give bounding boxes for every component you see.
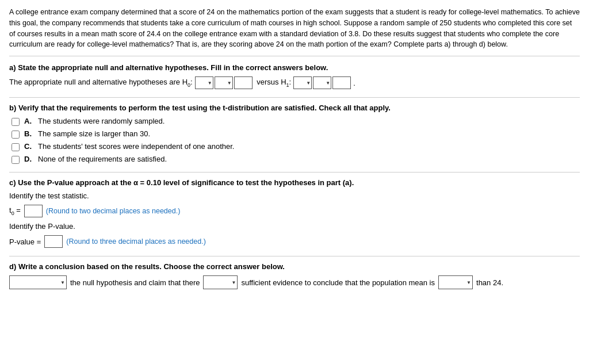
conclusion-select3[interactable]: greater less equal <box>438 275 473 289</box>
conclusion-select2-wrapper: is is not <box>203 275 238 289</box>
checkbox-c[interactable] <box>12 143 20 151</box>
intro-paragraph: A college entrance exam company determin… <box>9 7 580 56</box>
h0-dropdown-group: μ σ p = ≠ < > ≤ ≥ <box>195 76 253 89</box>
conclusion-middle-text: sufficient evidence to conclude that the… <box>241 278 435 287</box>
option-c-text: The students' test scores were independe… <box>38 142 234 151</box>
t0-input[interactable] <box>24 205 43 217</box>
option-d: D. None of the requirements are satisfie… <box>12 155 580 164</box>
conclusion-select3-wrapper: greater less equal <box>438 275 473 289</box>
option-a: A. The students were randomly sampled. <box>12 117 580 126</box>
option-b-text: The sample size is larger than 30. <box>38 129 150 138</box>
pvalue-hint: (Round to three decimal places as needed… <box>66 237 206 246</box>
t0-hint: (Round to two decimal places as needed.) <box>46 207 180 215</box>
h1-value-input[interactable] <box>332 76 351 89</box>
intro-text: A college entrance exam company determin… <box>9 8 580 48</box>
h1-select2[interactable]: = ≠ < > ≤ ≥ <box>313 76 331 89</box>
checkbox-d[interactable] <box>12 156 20 164</box>
statistic-row: t0 = (Round to two decimal places as nee… <box>9 205 580 217</box>
h1-select1-wrapper: μ σ p <box>293 76 312 89</box>
part-d-section: d) Write a conclusion based on the resul… <box>9 262 580 289</box>
conclusion-select2[interactable]: is is not <box>203 275 238 289</box>
hypotheses-row: The appropriate null and alternative hyp… <box>9 76 580 89</box>
h0-select2-wrapper: = ≠ < > ≤ ≥ <box>215 76 233 89</box>
t0-prefix-text: t0 = <box>9 206 21 216</box>
conclusion-select1[interactable]: Reject Fail to reject <box>9 275 67 289</box>
versus-text: versus H1: <box>255 78 292 88</box>
part-b-section: b) Verify that the requirements to perfo… <box>9 104 580 164</box>
part-c-section: c) Use the P-value approach at the α = 0… <box>9 178 580 248</box>
pvalue-prefix-text: P-value = <box>9 237 41 246</box>
conclusion-end-text: than 24. <box>476 278 503 287</box>
pvalue-label: Identify the P-value. <box>9 222 580 231</box>
checkbox-b[interactable] <box>12 131 20 139</box>
h0-select1[interactable]: μ σ p <box>195 76 213 89</box>
h1-select2-wrapper: = ≠ < > ≤ ≥ <box>313 76 331 89</box>
option-a-text: The students were randomly sampled. <box>38 117 165 125</box>
letter-c: C. <box>24 142 33 151</box>
part-a-label: a) State the appropriate null and altern… <box>9 63 580 72</box>
checkbox-list: A. The students were randomly sampled. B… <box>12 117 580 164</box>
part-d-label: d) Write a conclusion based on the resul… <box>9 262 580 271</box>
letter-b: B. <box>24 129 33 138</box>
statistic-label: Identify the test statistic. <box>9 191 580 200</box>
part-b-label: b) Verify that the requirements to perfo… <box>9 104 580 112</box>
h0-value-input[interactable] <box>234 76 253 89</box>
option-d-text: None of the requirements are satisfied. <box>38 155 167 163</box>
part-a-section: a) State the appropriate null and altern… <box>9 63 580 89</box>
divider-ab <box>9 97 580 98</box>
letter-d: D. <box>24 155 33 163</box>
h0-select1-wrapper: μ σ p <box>195 76 213 89</box>
h0-select2[interactable]: = ≠ < > ≤ ≥ <box>215 76 233 89</box>
option-c: C. The students' test scores were indepe… <box>12 142 580 151</box>
pvalue-row: P-value = (Round to three decimal places… <box>9 235 580 248</box>
h1-select1[interactable]: μ σ p <box>293 76 312 89</box>
option-b: B. The sample size is larger than 30. <box>12 129 580 139</box>
letter-a: A. <box>24 117 33 125</box>
checkbox-a[interactable] <box>12 118 20 126</box>
conclusion-row: Reject Fail to reject the null hypothesi… <box>9 275 580 289</box>
part-c-label: c) Use the P-value approach at the α = 0… <box>9 178 580 187</box>
divider-cd <box>9 256 580 256</box>
period-text: . <box>353 79 355 87</box>
conclusion-suffix-text: the null hypothesis and claim that there <box>70 278 200 287</box>
pvalue-input[interactable] <box>44 235 63 248</box>
h1-dropdown-group: μ σ p = ≠ < > ≤ ≥ <box>293 76 351 89</box>
conclusion-select1-wrapper: Reject Fail to reject <box>9 275 67 289</box>
hypotheses-intro-text: The appropriate null and alternative hyp… <box>9 78 193 88</box>
divider-bc <box>9 172 580 173</box>
